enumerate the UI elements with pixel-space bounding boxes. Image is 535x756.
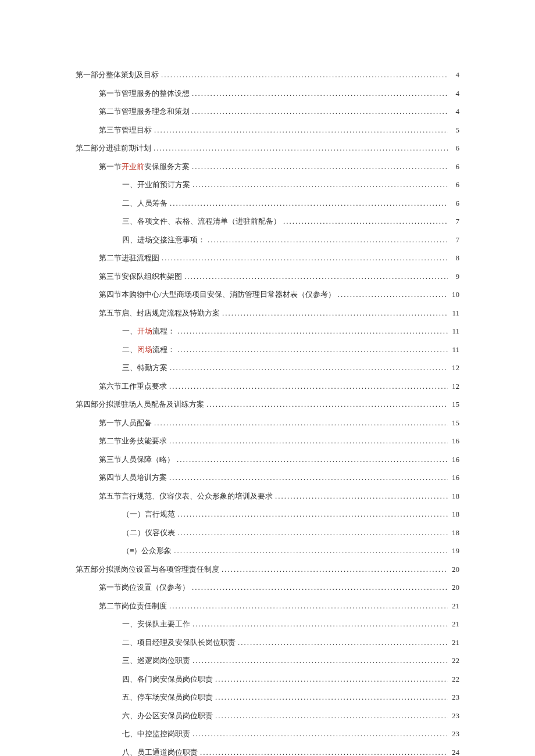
toc-dot-leader — [213, 675, 448, 684]
toc-page-number: 18 — [448, 528, 459, 538]
toc-dot-leader — [190, 619, 448, 629]
toc-entry[interactable]: 四、进场交接注意事项：7 — [76, 235, 459, 245]
toc-dot-leader — [159, 253, 448, 263]
toc-dot-leader — [182, 272, 448, 281]
toc-entry[interactable]: 第一节人员配备15 — [76, 418, 459, 428]
toc-entry[interactable]: 第一节管理服务的整体设想4 — [76, 88, 459, 99]
toc-page-number: 21 — [448, 619, 459, 629]
toc-entry[interactable]: 五、停车场安保员岗位职责23 — [76, 692, 459, 703]
toc-page-number: 6 — [448, 162, 459, 171]
toc-entry-label: （二）仪容仪表 — [122, 528, 175, 538]
toc-entry-label: 七、中控监控岗职责 — [122, 729, 190, 739]
toc-page-number: 12 — [448, 382, 459, 391]
toc-dot-leader — [175, 528, 448, 538]
toc-entry-label: 四、进场交接注意事项： — [122, 235, 205, 245]
toc-entry[interactable]: 第四部分拟派驻场人员配备及训练方案15 — [76, 399, 459, 410]
toc-dot-leader — [151, 144, 448, 153]
toc-entry-label: 第三节管理目标 — [99, 125, 152, 135]
toc-entry-label: 第五节言行规范、仪容仪表、公众形象的培训及要求 — [99, 491, 273, 501]
toc-entry[interactable]: 二、项目经理及安保队长岗位职责21 — [76, 637, 459, 648]
toc-entry-label: 五、停车场安保员岗位职责 — [122, 692, 213, 703]
toc-page-number: 5 — [448, 126, 459, 135]
toc-page-number: 7 — [448, 235, 459, 245]
toc-dot-leader — [167, 601, 448, 611]
toc-dot-leader — [190, 107, 448, 116]
toc-entry[interactable]: 三、特勤方案12 — [76, 363, 459, 373]
toc-entry[interactable]: 一、开场流程：11 — [76, 326, 459, 336]
toc-entry-label: 一、开业前预订方案 — [122, 180, 190, 190]
toc-page-number: 4 — [448, 107, 459, 116]
toc-entry[interactable]: 八、员工通道岗位职责24 — [76, 747, 459, 757]
toc-page-number: 21 — [448, 638, 459, 647]
toc-entry-label: 第四节人员培训方案 — [99, 472, 167, 483]
toc-page-number: 22 — [448, 656, 459, 665]
toc-entry[interactable]: 二、人员筹备6 — [76, 198, 459, 209]
toc-entry[interactable]: 第二节业务技能要求16 — [76, 436, 459, 446]
toc-dot-leader — [236, 638, 448, 647]
toc-dot-leader — [167, 382, 448, 391]
toc-entry[interactable]: 六、办公区安保员岗位职责23 — [76, 711, 459, 721]
toc-page-number: 18 — [448, 510, 459, 519]
table-of-contents: 第一部分整体策划及目标4第一节管理服务的整体设想4第二节管理服务理念和策划4第三… — [76, 70, 459, 756]
toc-entry[interactable]: 二、闭场流程：11 — [76, 345, 459, 355]
toc-entry-label: 第二节业务技能要求 — [99, 436, 167, 446]
toc-entry[interactable]: （二）仪容仪表18 — [76, 528, 459, 538]
toc-page-number: 21 — [448, 601, 459, 611]
toc-entry[interactable]: 第二节岗位责任制度21 — [76, 601, 459, 611]
toc-entry[interactable]: （一）言行规范18 — [76, 509, 459, 519]
toc-entry[interactable]: （≡）公众形象19 — [76, 546, 459, 556]
toc-page-number: 8 — [448, 253, 459, 263]
toc-dot-leader — [190, 89, 448, 98]
toc-dot-leader — [204, 400, 448, 409]
toc-entry-label: 第五部分拟派岗位设置与各项管理责任制度 — [76, 564, 219, 575]
toc-entry[interactable]: 第五节启、封店规定流程及特勤方案11 — [76, 308, 459, 318]
toc-entry[interactable]: 第三节人员保障（略）16 — [76, 454, 459, 465]
toc-entry-label: 第一节管理服务的整体设想 — [99, 88, 190, 99]
toc-entry[interactable]: 一、开业前预订方案6 — [76, 180, 459, 190]
toc-entry[interactable]: 三、各项文件、表格、流程清单（进驻前配备）7 — [76, 216, 459, 227]
toc-entry-label: 第一节岗位设置（仅参考） — [99, 582, 190, 593]
toc-entry[interactable]: 第二节进驻流程图8 — [76, 253, 459, 263]
toc-entry[interactable]: 四、各门岗安保员岗位职责22 — [76, 674, 459, 685]
toc-entry-label: （一）言行规范 — [122, 509, 175, 519]
toc-page-number: 12 — [448, 363, 459, 372]
toc-entry-label: 第二节管理服务理念和策划 — [99, 106, 190, 117]
toc-page-number: 20 — [448, 583, 459, 592]
toc-entry[interactable]: 一、安保队主要工作21 — [76, 619, 459, 629]
toc-page-number: 10 — [448, 290, 459, 299]
toc-entry-label: 第二部分进驻前期计划 — [76, 143, 151, 153]
toc-entry[interactable]: 第一部分整体策划及目标4 — [76, 70, 459, 80]
toc-dot-leader — [281, 217, 448, 226]
toc-page-number: 7 — [448, 217, 459, 226]
toc-entry[interactable]: 七、中控监控岗职责23 — [76, 729, 459, 739]
toc-entry-label: 第二节岗位责任制度 — [99, 601, 167, 611]
toc-entry[interactable]: 第三节安保队组织构架图9 — [76, 271, 459, 282]
toc-dot-leader — [152, 126, 448, 135]
toc-entry[interactable]: 第六节工作重点要求12 — [76, 381, 459, 392]
toc-entry-label: （≡）公众形象 — [122, 546, 172, 556]
toc-dot-leader — [190, 729, 448, 739]
toc-entry[interactable]: 第四节本购物中心/大型商场项目安保、消防管理日常器材表（仅参考）10 — [76, 289, 459, 300]
toc-entry[interactable]: 第二节管理服务理念和策划4 — [76, 106, 459, 117]
toc-entry[interactable]: 第三节管理目标5 — [76, 125, 459, 135]
toc-dot-leader — [273, 492, 448, 501]
toc-page-number: 20 — [448, 565, 459, 574]
toc-entry[interactable]: 第五部分拟派岗位设置与各项管理责任制度20 — [76, 564, 459, 575]
toc-dot-leader — [152, 418, 448, 428]
toc-dot-leader — [198, 748, 448, 757]
toc-page-number: 11 — [448, 345, 459, 354]
toc-entry[interactable]: 第二部分进驻前期计划6 — [76, 143, 459, 153]
toc-entry[interactable]: 第一节岗位设置（仅参考）20 — [76, 582, 459, 593]
toc-dot-leader — [220, 309, 448, 318]
toc-entry[interactable]: 第一节开业前安保服务方案6 — [76, 162, 459, 172]
toc-entry[interactable]: 第四节人员培训方案16 — [76, 472, 459, 483]
toc-dot-leader — [219, 565, 448, 574]
toc-dot-leader — [167, 436, 448, 446]
toc-dot-leader — [190, 180, 448, 189]
toc-entry-label: 二、人员筹备 — [122, 198, 167, 209]
toc-entry-label: 三、各项文件、表格、流程清单（进驻前配备） — [122, 216, 281, 227]
toc-dot-leader — [213, 711, 448, 721]
toc-entry[interactable]: 三、巡逻岗岗位职责22 — [76, 655, 459, 666]
toc-entry[interactable]: 第五节言行规范、仪容仪表、公众形象的培训及要求18 — [76, 491, 459, 501]
toc-entry-label: 第三节安保队组织构架图 — [99, 271, 182, 282]
